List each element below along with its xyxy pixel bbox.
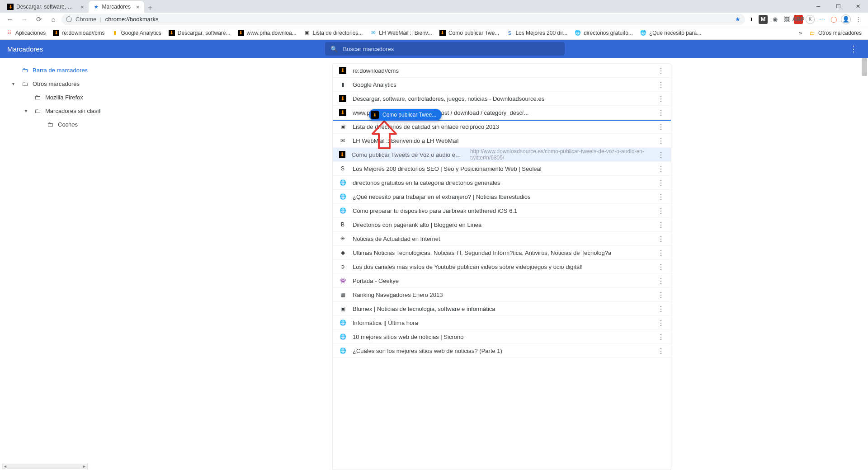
bookmark-row[interactable]: 🌐¿Cuáles son los mejores sitios web de n… bbox=[333, 344, 671, 358]
tree-folder[interactable]: ▾🗀Marcadores sin clasifi bbox=[0, 104, 136, 118]
close-window-button[interactable]: ✕ bbox=[848, 0, 868, 13]
bookmark-list-wrap: ⬇re:download//cms⋮▮Google Analytics⋮⬇Des… bbox=[136, 58, 868, 470]
bookmark-row[interactable]: 🌐Informática || Última hora⋮ bbox=[333, 316, 671, 330]
bookmark-row[interactable]: ▣Blumex | Noticias de tecnologia, softwa… bbox=[333, 302, 671, 316]
row-menu-button[interactable]: ⋮ bbox=[657, 235, 665, 243]
ext-icon[interactable]: K bbox=[806, 15, 815, 24]
favicon-icon: ➲ bbox=[339, 263, 346, 270]
row-menu-button[interactable]: ⋮ bbox=[657, 122, 665, 131]
row-menu-button[interactable]: ⋮ bbox=[657, 179, 665, 187]
row-menu-button[interactable]: ⋮ bbox=[657, 150, 665, 159]
bookmark-row[interactable]: SLos Mejores 200 directorios SEO | Seo y… bbox=[333, 162, 671, 176]
favicon-icon: ⬇ bbox=[339, 67, 346, 74]
maximize-button[interactable]: ☐ bbox=[828, 0, 848, 13]
ext-icon[interactable]: 🖼 bbox=[782, 15, 791, 24]
url-field[interactable]: ⓘ Chrome | chrome://bookmarks ★ bbox=[61, 14, 745, 25]
search-input[interactable]: 🔍 Buscar marcadores bbox=[325, 42, 565, 56]
site-info-icon[interactable]: ⓘ bbox=[66, 15, 72, 24]
ext-icon[interactable]: ◉ bbox=[770, 15, 779, 24]
favicon-icon: ⬇ bbox=[53, 30, 59, 36]
horizontal-scrollbar[interactable]: ◄► bbox=[2, 464, 88, 469]
row-menu-button[interactable]: ⋮ bbox=[657, 136, 665, 145]
ext-icon[interactable]: I bbox=[747, 15, 756, 24]
bookmark-row[interactable]: 🌐¿Qué necesito para trabajar en el extra… bbox=[333, 190, 671, 204]
ext-abp-icon[interactable]: ABP bbox=[794, 15, 803, 24]
close-icon[interactable]: × bbox=[80, 4, 84, 10]
back-button[interactable]: ← bbox=[4, 13, 16, 26]
tree-label: Marcadores sin clasifi bbox=[45, 108, 102, 114]
bookmark-item[interactable]: ⬇Como publicar Twe... bbox=[437, 27, 502, 39]
row-menu-button[interactable]: ⋮ bbox=[657, 108, 665, 117]
row-menu-button[interactable]: ⋮ bbox=[657, 207, 665, 215]
caret-icon[interactable]: ▾ bbox=[22, 108, 30, 113]
ext-icon[interactable]: ◯ bbox=[829, 15, 838, 24]
row-menu-button[interactable]: ⋮ bbox=[657, 66, 665, 75]
bookmark-row[interactable]: ✳Noticias de Actualidad en Internet⋮ bbox=[333, 232, 671, 246]
chrome-menu-icon[interactable]: ⋮ bbox=[854, 15, 863, 24]
row-menu-button[interactable]: ⋮ bbox=[657, 249, 665, 257]
tree-folder[interactable]: ▾🗀Otros marcadores bbox=[0, 77, 136, 90]
bookmark-row[interactable]: 🌐10 mejores sitios web de noticias | Sic… bbox=[333, 330, 671, 344]
bookmark-title: Como publicar Tweets de Voz o audio en T… bbox=[352, 151, 462, 158]
browser-tab-active[interactable]: ★ Marcadores × bbox=[89, 1, 144, 13]
bookmark-star-icon[interactable]: ★ bbox=[735, 16, 741, 23]
caret-icon[interactable]: ▾ bbox=[9, 81, 17, 86]
new-tab-button[interactable]: ＋ bbox=[144, 3, 156, 13]
bookmark-row[interactable]: 🌐Cómo preparar tu dispositivo para Jailb… bbox=[333, 204, 671, 218]
bookmark-row[interactable]: ⬇Descargar, software, controladores, jue… bbox=[333, 92, 671, 106]
bookmark-row[interactable]: ➲Los dos canales más vistos de Youtube p… bbox=[333, 260, 671, 274]
bookmark-item[interactable]: 🌐¿Qué necesito para... bbox=[637, 27, 704, 39]
favicon-icon: ✉ bbox=[339, 137, 346, 144]
minimize-button[interactable]: ─ bbox=[808, 0, 828, 13]
row-menu-button[interactable]: ⋮ bbox=[657, 193, 665, 201]
bookmark-title: Ultimas Noticias Tecnológicas, Noticias … bbox=[353, 249, 611, 256]
favicon-icon: ▣ bbox=[339, 305, 346, 312]
forward-button[interactable]: → bbox=[18, 13, 31, 26]
reload-button[interactable]: ⟳ bbox=[33, 13, 45, 26]
more-menu-button[interactable]: ⋮ bbox=[846, 44, 861, 54]
row-menu-button[interactable]: ⋮ bbox=[657, 221, 665, 229]
bookmark-item[interactable]: ▮Google Analytics bbox=[109, 27, 164, 39]
bookmark-row[interactable]: BDirectorios con pagerank alto | Blogger… bbox=[333, 218, 671, 232]
bookmark-row[interactable]: ▦Ranking Navegadores Enero 2013⋮ bbox=[333, 288, 671, 302]
bookbar-overflow-button[interactable]: » bbox=[799, 30, 802, 36]
tree-folder[interactable]: 🗀Coches bbox=[0, 118, 136, 131]
favicon-icon: ⬇ bbox=[7, 4, 14, 10]
bookmark-item[interactable]: ⬇re:download//cms bbox=[50, 27, 107, 39]
ext-icon[interactable]: M bbox=[759, 15, 768, 24]
row-menu-button[interactable]: ⋮ bbox=[657, 291, 665, 299]
other-bookmarks-button[interactable]: 🗀Otros marcadores bbox=[807, 27, 864, 39]
row-menu-button[interactable]: ⋮ bbox=[657, 319, 665, 327]
home-button[interactable]: ⌂ bbox=[47, 13, 60, 26]
bookmark-item[interactable]: SLos Mejores 200 dir... bbox=[504, 27, 570, 39]
row-menu-button[interactable]: ⋮ bbox=[657, 305, 665, 313]
bookmark-item[interactable]: ⬇www.pma.downloa... bbox=[235, 27, 299, 39]
row-menu-button[interactable]: ⋮ bbox=[657, 277, 665, 285]
row-menu-button[interactable]: ⋮ bbox=[657, 347, 665, 355]
bookmark-row[interactable]: 🌐directorios gratuitos en la categoria d… bbox=[333, 176, 671, 190]
bookmark-item[interactable]: ▣Lista de directorios... bbox=[301, 27, 366, 39]
url-scheme: Chrome bbox=[75, 16, 96, 23]
profile-icon[interactable]: 👤 bbox=[841, 14, 851, 24]
bookmark-item[interactable]: ⬇Descargar, software... bbox=[166, 27, 233, 39]
row-menu-button[interactable]: ⋮ bbox=[657, 263, 665, 271]
bookmark-row[interactable]: ▮Google Analytics⋮ bbox=[333, 78, 671, 92]
bookmark-row[interactable]: ⬇re:download//cms⋮ bbox=[333, 64, 671, 78]
favicon-icon: S bbox=[339, 165, 346, 172]
tree-folder[interactable]: 🗀Barra de marcadores bbox=[0, 63, 136, 77]
row-menu-button[interactable]: ⋮ bbox=[657, 333, 665, 341]
tree-folder[interactable]: 🗀Mozilla Firefox bbox=[0, 90, 136, 104]
vertical-scrollbar[interactable] bbox=[862, 58, 867, 76]
bookmark-row[interactable]: ◆Ultimas Noticias Tecnológicas, Noticias… bbox=[333, 246, 671, 260]
bookmark-item[interactable]: 🌐directorios gratuito... bbox=[572, 27, 636, 39]
close-icon[interactable]: × bbox=[136, 4, 140, 10]
row-menu-button[interactable]: ⋮ bbox=[657, 94, 665, 103]
row-menu-button[interactable]: ⋮ bbox=[657, 80, 665, 89]
bookmark-item[interactable]: ✉LH WebMail :: Bienv... bbox=[367, 27, 435, 39]
browser-tab[interactable]: ⬇ Descargar, software, controlador × bbox=[3, 1, 89, 13]
ext-icon[interactable]: ⋯ bbox=[817, 15, 826, 24]
bookmark-row[interactable]: 👾Portada - Geekye⋮ bbox=[333, 274, 671, 288]
favicon-icon: 🌐 bbox=[339, 333, 346, 340]
row-menu-button[interactable]: ⋮ bbox=[657, 164, 665, 173]
apps-shortcut[interactable]: ⠿Aplicaciones bbox=[4, 27, 48, 39]
